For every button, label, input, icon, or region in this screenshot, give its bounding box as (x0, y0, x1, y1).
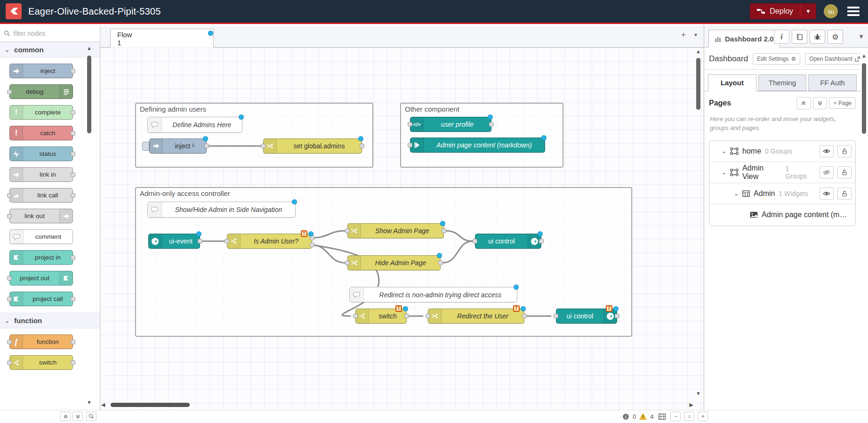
comment-node-redirect-non-admin[interactable]: Redirect is non-admin trying direct acce… (349, 287, 517, 302)
tree-row-home[interactable]: ⌄ home 0 Groups (709, 141, 855, 162)
warning-count[interactable]: 4 (650, 413, 653, 420)
lock-button[interactable] (837, 166, 852, 179)
collapse-all-button[interactable] (796, 97, 811, 109)
info-tab-button[interactable]: i (774, 30, 789, 44)
search-flows-button[interactable] (86, 412, 96, 421)
sidebar-scrollbar[interactable]: ▲ ▼ (861, 49, 867, 421)
zoom-in-button[interactable]: + (698, 412, 708, 421)
inject-node[interactable]: inject ¹ (149, 138, 207, 154)
output-port[interactable] (615, 314, 619, 318)
ui-event-node[interactable]: ui-event (148, 234, 200, 249)
palette-node-link-out[interactable]: link out (9, 209, 73, 223)
output-port[interactable] (522, 314, 527, 318)
palette-node-project-in[interactable]: project in (9, 250, 73, 265)
change-node-set-global-admins[interactable]: set global.admins (263, 138, 362, 154)
palette-node-catch[interactable]: ! catch (9, 126, 73, 140)
palette-node-inject[interactable]: inject (9, 64, 73, 78)
palette-node-comment[interactable]: comment (9, 229, 73, 244)
palette-collapse-all-button[interactable] (60, 412, 71, 421)
inject-button[interactable] (142, 142, 149, 151)
change-node-hide-admin-page[interactable]: Hide Admin Page (347, 255, 441, 270)
visibility-button[interactable] (820, 166, 834, 179)
scroll-right-arrow[interactable]: ▶ (690, 402, 693, 408)
tab-ff-auth[interactable]: FF Auth (808, 74, 857, 91)
output-port[interactable] (198, 239, 202, 244)
switch-node[interactable]: switch ! (355, 309, 407, 324)
canvas-vertical-scrollbar[interactable]: ▲ ▼ (695, 49, 701, 397)
tree-row-admin-group[interactable]: ⌄ Admin 1 Widgets (709, 183, 855, 204)
tree-row-admin-view[interactable]: ⌄ Admin View 1 Groups (709, 162, 855, 183)
error-count-icon[interactable]: i (622, 413, 629, 420)
output-port[interactable] (539, 239, 544, 244)
output-port[interactable] (404, 314, 409, 318)
input-port[interactable] (408, 143, 412, 147)
palette-node-debug[interactable]: debug (9, 84, 73, 99)
comment-node-define-admins[interactable]: Define Admins Here (147, 117, 242, 133)
chevron-down-icon[interactable]: ⌄ (734, 190, 739, 197)
scroll-up-arrow[interactable]: ▲ (861, 53, 867, 59)
group-other-component[interactable]: Other component (400, 103, 563, 168)
debug-tab-button[interactable] (810, 30, 825, 44)
user-avatar[interactable]: su (824, 4, 838, 18)
add-page-button[interactable]: + Page (829, 98, 856, 109)
scroll-up-arrow[interactable]: ▲ (86, 45, 92, 52)
palette-category-function[interactable]: ⌄ function (0, 313, 100, 328)
output-port[interactable] (442, 228, 446, 233)
scroll-down-arrow[interactable]: ▼ (86, 399, 92, 406)
error-count[interactable]: 0 (633, 413, 636, 420)
zoom-reset-button[interactable]: ○ (684, 412, 694, 421)
expand-all-button[interactable] (813, 97, 827, 109)
scroll-left-arrow[interactable]: ◀ (101, 402, 105, 408)
chevron-down-icon[interactable]: ⌄ (722, 148, 726, 155)
warning-count-icon[interactable] (639, 413, 647, 420)
input-port[interactable] (408, 122, 412, 127)
palette-node-status[interactable]: status (9, 146, 73, 161)
output-port[interactable] (204, 144, 209, 148)
ui-control-node-2[interactable]: ui control ! (556, 309, 617, 324)
ui-control-node-1[interactable]: ui control (475, 234, 541, 249)
comment-node-show-hide-admin[interactable]: Show/Hide Admin in Side Navigation (147, 202, 296, 218)
sidebar-tabs-caret[interactable]: ▼ (858, 33, 864, 40)
palette-expand-all-button[interactable] (72, 412, 83, 421)
ui-markdown-node-admin-page-content[interactable]: Admin page content (markdown) (410, 138, 545, 153)
scroll-up-arrow[interactable]: ▲ (695, 49, 701, 55)
add-flow-button[interactable]: + (681, 30, 686, 40)
deploy-button[interactable]: Deploy ▼ (750, 3, 816, 19)
chevron-down-icon[interactable]: ⌄ (722, 169, 726, 176)
change-node-redirect-the-user[interactable]: Redirect the User ! (428, 309, 524, 324)
template-node-user-profile[interactable]: </> user profile (410, 117, 491, 132)
deploy-options-caret[interactable]: ▼ (800, 4, 816, 19)
tab-list-button[interactable]: ▾ (694, 30, 697, 40)
canvas-horizontal-scrollbar[interactable]: ◀ ▶ (100, 402, 695, 408)
output-port[interactable] (360, 144, 364, 148)
palette-node-complete[interactable]: ! complete (9, 105, 73, 120)
input-port[interactable] (345, 228, 350, 233)
tab-layout[interactable]: Layout (708, 74, 756, 91)
tab-flow-1[interactable]: Flow 1 (110, 29, 214, 48)
lock-button[interactable] (837, 187, 852, 200)
input-port[interactable] (345, 260, 350, 265)
input-port[interactable] (426, 314, 430, 318)
edit-settings-button[interactable]: Edit Settings⚙ (753, 53, 800, 65)
minimap-toggle-button[interactable] (657, 412, 667, 421)
input-port[interactable] (473, 239, 477, 244)
input-port[interactable] (261, 144, 265, 148)
config-tab-button[interactable]: ⚙ (828, 30, 843, 44)
help-tab-button[interactable] (792, 30, 807, 44)
palette-node-function[interactable]: f function (9, 334, 73, 349)
switch-node-is-admin-user[interactable]: Is Admin User? ! (227, 234, 312, 249)
scroll-down-arrow[interactable]: ▼ (695, 390, 701, 397)
tab-dashboard-2[interactable]: Dashboard 2.0 (708, 30, 780, 48)
palette-scrollbar[interactable]: ▲ ▼ (86, 45, 92, 410)
tab-theming[interactable]: Theming (758, 74, 807, 91)
palette-node-switch[interactable]: switch (9, 355, 73, 370)
input-port[interactable] (353, 314, 358, 318)
output-port[interactable] (438, 260, 443, 265)
visibility-button[interactable] (820, 145, 834, 157)
output-port-2[interactable] (310, 243, 314, 247)
open-dashboard-button[interactable]: Open Dashboard (805, 53, 860, 65)
palette-node-link-in[interactable]: link in (9, 167, 73, 182)
change-node-show-admin-page[interactable]: Show Admin Page (347, 223, 444, 238)
palette-category-common[interactable]: ⌄ common (0, 42, 100, 57)
lock-button[interactable] (837, 145, 852, 157)
